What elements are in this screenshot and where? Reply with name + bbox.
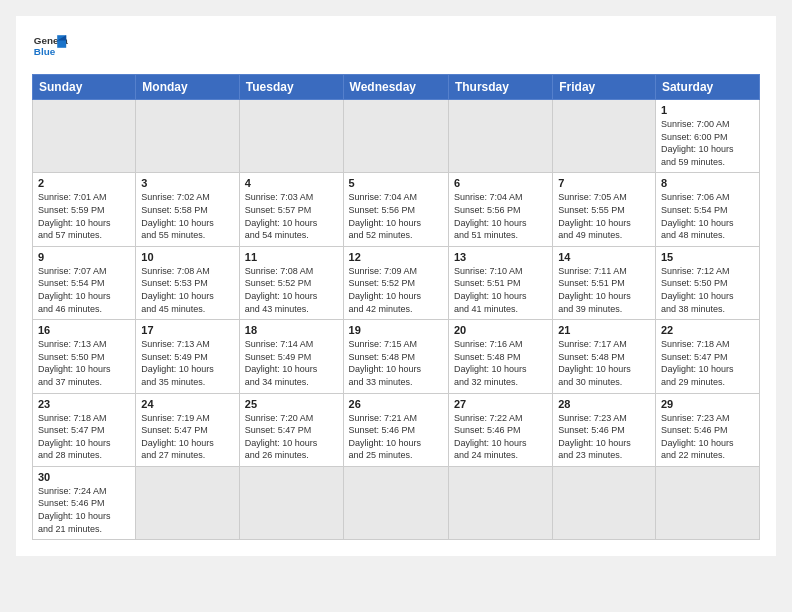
day-info: Sunrise: 7:12 AM Sunset: 5:50 PM Dayligh… xyxy=(661,265,754,315)
day-info: Sunrise: 7:07 AM Sunset: 5:54 PM Dayligh… xyxy=(38,265,130,315)
weekday-header-wednesday: Wednesday xyxy=(343,75,448,100)
day-info: Sunrise: 7:04 AM Sunset: 5:56 PM Dayligh… xyxy=(454,191,547,241)
week-row-4: 16Sunrise: 7:13 AM Sunset: 5:50 PM Dayli… xyxy=(33,320,760,393)
day-cell: 5Sunrise: 7:04 AM Sunset: 5:56 PM Daylig… xyxy=(343,173,448,246)
day-number: 17 xyxy=(141,324,234,336)
day-cell: 22Sunrise: 7:18 AM Sunset: 5:47 PM Dayli… xyxy=(655,320,759,393)
svg-text:Blue: Blue xyxy=(34,46,56,57)
day-info: Sunrise: 7:11 AM Sunset: 5:51 PM Dayligh… xyxy=(558,265,650,315)
day-number: 16 xyxy=(38,324,130,336)
day-cell xyxy=(448,466,552,539)
day-number: 28 xyxy=(558,398,650,410)
day-cell: 25Sunrise: 7:20 AM Sunset: 5:47 PM Dayli… xyxy=(239,393,343,466)
day-number: 23 xyxy=(38,398,130,410)
day-info: Sunrise: 7:03 AM Sunset: 5:57 PM Dayligh… xyxy=(245,191,338,241)
day-cell xyxy=(343,466,448,539)
weekday-header-row: SundayMondayTuesdayWednesdayThursdayFrid… xyxy=(33,75,760,100)
day-number: 27 xyxy=(454,398,547,410)
day-info: Sunrise: 7:04 AM Sunset: 5:56 PM Dayligh… xyxy=(349,191,443,241)
day-number: 30 xyxy=(38,471,130,483)
day-cell: 3Sunrise: 7:02 AM Sunset: 5:58 PM Daylig… xyxy=(136,173,240,246)
day-info: Sunrise: 7:00 AM Sunset: 6:00 PM Dayligh… xyxy=(661,118,754,168)
day-cell: 1Sunrise: 7:00 AM Sunset: 6:00 PM Daylig… xyxy=(655,100,759,173)
weekday-header-tuesday: Tuesday xyxy=(239,75,343,100)
day-info: Sunrise: 7:05 AM Sunset: 5:55 PM Dayligh… xyxy=(558,191,650,241)
day-cell: 28Sunrise: 7:23 AM Sunset: 5:46 PM Dayli… xyxy=(553,393,656,466)
day-number: 15 xyxy=(661,251,754,263)
day-cell: 27Sunrise: 7:22 AM Sunset: 5:46 PM Dayli… xyxy=(448,393,552,466)
day-number: 20 xyxy=(454,324,547,336)
day-info: Sunrise: 7:06 AM Sunset: 5:54 PM Dayligh… xyxy=(661,191,754,241)
day-cell xyxy=(239,100,343,173)
day-cell: 23Sunrise: 7:18 AM Sunset: 5:47 PM Dayli… xyxy=(33,393,136,466)
day-info: Sunrise: 7:18 AM Sunset: 5:47 PM Dayligh… xyxy=(661,338,754,388)
day-info: Sunrise: 7:08 AM Sunset: 5:53 PM Dayligh… xyxy=(141,265,234,315)
weekday-header-thursday: Thursday xyxy=(448,75,552,100)
day-number: 11 xyxy=(245,251,338,263)
day-cell: 7Sunrise: 7:05 AM Sunset: 5:55 PM Daylig… xyxy=(553,173,656,246)
day-number: 6 xyxy=(454,177,547,189)
calendar-container: General Blue SundayMondayTuesdayWednesda… xyxy=(16,16,776,556)
day-info: Sunrise: 7:01 AM Sunset: 5:59 PM Dayligh… xyxy=(38,191,130,241)
weekday-header-monday: Monday xyxy=(136,75,240,100)
day-cell xyxy=(553,466,656,539)
day-number: 25 xyxy=(245,398,338,410)
day-cell xyxy=(343,100,448,173)
day-number: 14 xyxy=(558,251,650,263)
day-number: 10 xyxy=(141,251,234,263)
day-number: 7 xyxy=(558,177,650,189)
day-number: 5 xyxy=(349,177,443,189)
day-cell: 9Sunrise: 7:07 AM Sunset: 5:54 PM Daylig… xyxy=(33,246,136,319)
day-cell: 30Sunrise: 7:24 AM Sunset: 5:46 PM Dayli… xyxy=(33,466,136,539)
day-number: 29 xyxy=(661,398,754,410)
day-info: Sunrise: 7:08 AM Sunset: 5:52 PM Dayligh… xyxy=(245,265,338,315)
week-row-2: 2Sunrise: 7:01 AM Sunset: 5:59 PM Daylig… xyxy=(33,173,760,246)
day-info: Sunrise: 7:20 AM Sunset: 5:47 PM Dayligh… xyxy=(245,412,338,462)
day-cell: 20Sunrise: 7:16 AM Sunset: 5:48 PM Dayli… xyxy=(448,320,552,393)
day-cell: 29Sunrise: 7:23 AM Sunset: 5:46 PM Dayli… xyxy=(655,393,759,466)
day-cell: 4Sunrise: 7:03 AM Sunset: 5:57 PM Daylig… xyxy=(239,173,343,246)
weekday-header-saturday: Saturday xyxy=(655,75,759,100)
day-number: 24 xyxy=(141,398,234,410)
day-cell: 12Sunrise: 7:09 AM Sunset: 5:52 PM Dayli… xyxy=(343,246,448,319)
day-cell xyxy=(136,100,240,173)
day-cell: 16Sunrise: 7:13 AM Sunset: 5:50 PM Dayli… xyxy=(33,320,136,393)
day-number: 1 xyxy=(661,104,754,116)
day-info: Sunrise: 7:02 AM Sunset: 5:58 PM Dayligh… xyxy=(141,191,234,241)
day-info: Sunrise: 7:24 AM Sunset: 5:46 PM Dayligh… xyxy=(38,485,130,535)
day-info: Sunrise: 7:09 AM Sunset: 5:52 PM Dayligh… xyxy=(349,265,443,315)
day-info: Sunrise: 7:16 AM Sunset: 5:48 PM Dayligh… xyxy=(454,338,547,388)
day-info: Sunrise: 7:15 AM Sunset: 5:48 PM Dayligh… xyxy=(349,338,443,388)
day-number: 8 xyxy=(661,177,754,189)
day-info: Sunrise: 7:14 AM Sunset: 5:49 PM Dayligh… xyxy=(245,338,338,388)
day-cell: 13Sunrise: 7:10 AM Sunset: 5:51 PM Dayli… xyxy=(448,246,552,319)
day-cell: 2Sunrise: 7:01 AM Sunset: 5:59 PM Daylig… xyxy=(33,173,136,246)
day-number: 18 xyxy=(245,324,338,336)
day-number: 26 xyxy=(349,398,443,410)
day-info: Sunrise: 7:22 AM Sunset: 5:46 PM Dayligh… xyxy=(454,412,547,462)
calendar-table: SundayMondayTuesdayWednesdayThursdayFrid… xyxy=(32,74,760,540)
day-cell xyxy=(553,100,656,173)
day-info: Sunrise: 7:23 AM Sunset: 5:46 PM Dayligh… xyxy=(661,412,754,462)
day-cell: 24Sunrise: 7:19 AM Sunset: 5:47 PM Dayli… xyxy=(136,393,240,466)
day-info: Sunrise: 7:17 AM Sunset: 5:48 PM Dayligh… xyxy=(558,338,650,388)
day-cell: 17Sunrise: 7:13 AM Sunset: 5:49 PM Dayli… xyxy=(136,320,240,393)
day-cell: 21Sunrise: 7:17 AM Sunset: 5:48 PM Dayli… xyxy=(553,320,656,393)
day-cell: 8Sunrise: 7:06 AM Sunset: 5:54 PM Daylig… xyxy=(655,173,759,246)
day-info: Sunrise: 7:19 AM Sunset: 5:47 PM Dayligh… xyxy=(141,412,234,462)
day-cell xyxy=(448,100,552,173)
day-cell: 11Sunrise: 7:08 AM Sunset: 5:52 PM Dayli… xyxy=(239,246,343,319)
weekday-header-friday: Friday xyxy=(553,75,656,100)
day-number: 12 xyxy=(349,251,443,263)
day-info: Sunrise: 7:13 AM Sunset: 5:49 PM Dayligh… xyxy=(141,338,234,388)
week-row-1: 1Sunrise: 7:00 AM Sunset: 6:00 PM Daylig… xyxy=(33,100,760,173)
day-number: 21 xyxy=(558,324,650,336)
logo: General Blue xyxy=(32,28,68,64)
day-cell: 15Sunrise: 7:12 AM Sunset: 5:50 PM Dayli… xyxy=(655,246,759,319)
weekday-header-sunday: Sunday xyxy=(33,75,136,100)
day-info: Sunrise: 7:13 AM Sunset: 5:50 PM Dayligh… xyxy=(38,338,130,388)
day-number: 3 xyxy=(141,177,234,189)
day-cell xyxy=(33,100,136,173)
day-cell xyxy=(239,466,343,539)
day-info: Sunrise: 7:23 AM Sunset: 5:46 PM Dayligh… xyxy=(558,412,650,462)
